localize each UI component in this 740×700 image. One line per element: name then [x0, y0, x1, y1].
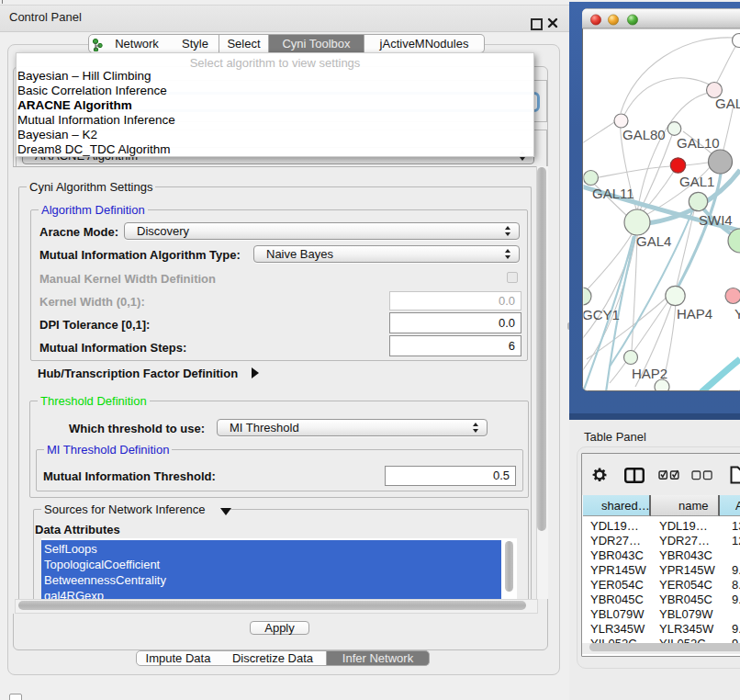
- svg-text:GAL80: GAL80: [622, 127, 666, 142]
- svg-text:GAL11: GAL11: [592, 186, 634, 201]
- svg-text:GAL4: GAL4: [636, 233, 671, 249]
- svg-text:GAL2: GAL2: [715, 96, 740, 111]
- svg-text:GAL1: GAL1: [679, 174, 714, 189]
- svg-text:HAP4: HAP4: [677, 306, 712, 322]
- svg-text:Y: Y: [734, 306, 740, 322]
- svg-text:GAL10: GAL10: [677, 135, 720, 151]
- svg-text:HAP2: HAP2: [632, 366, 667, 381]
- svg-text:SWI4: SWI4: [699, 212, 733, 228]
- svg-text:GCY1: GCY1: [582, 307, 620, 322]
